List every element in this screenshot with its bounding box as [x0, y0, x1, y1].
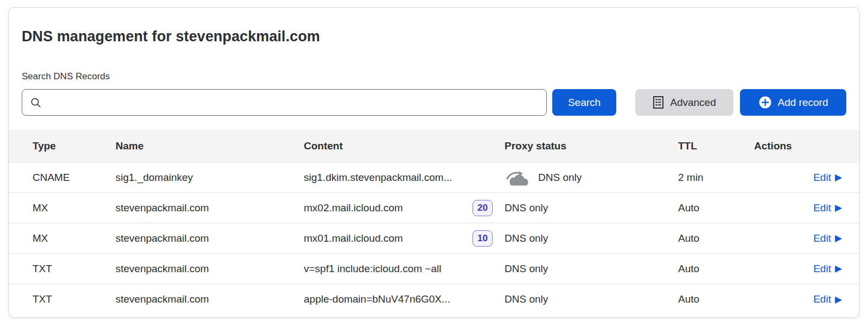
edit-link[interactable]: Edit ▶	[813, 263, 842, 275]
table-row: MX stevenpackmail.com mx01.mail.icloud.c…	[9, 223, 859, 254]
controls-row: Search Advanced	[22, 89, 846, 116]
add-record-button-label: Add record	[778, 97, 828, 109]
cell-content: mx01.mail.icloud.com 10	[304, 230, 505, 247]
cell-name: stevenpackmail.com	[116, 293, 304, 305]
cell-proxy-status: DNS only	[505, 293, 678, 305]
page-title-prefix: DNS management for	[22, 28, 176, 45]
cell-type: TXT	[33, 263, 116, 275]
edit-arrow-icon: ▶	[835, 234, 842, 243]
priority-badge: 20	[473, 200, 493, 216]
table-header-row: Type Name Content Proxy status TTL Actio…	[9, 130, 859, 162]
cell-content: apple-domain=bNuV47n6G0X...	[304, 293, 505, 305]
cell-actions: Edit ▶	[754, 172, 859, 184]
advanced-button-label: Advanced	[670, 97, 716, 109]
cell-proxy-status: DNS only	[505, 232, 678, 244]
edit-arrow-icon: ▶	[835, 173, 842, 182]
proxy-status-text: DNS only	[505, 293, 548, 305]
edit-arrow-icon: ▶	[835, 264, 842, 273]
cell-type: MX	[33, 202, 116, 214]
search-box[interactable]	[22, 89, 547, 116]
header-type: Type	[33, 140, 116, 152]
cell-content: mx02.mail.icloud.com 20	[304, 200, 505, 216]
add-record-button[interactable]: Add record	[740, 89, 846, 116]
dns-records-table: Type Name Content Proxy status TTL Actio…	[9, 130, 859, 315]
cell-name: sig1._domainkey	[116, 172, 304, 184]
cell-actions: Edit ▶	[754, 202, 859, 214]
cell-content: v=spf1 include:icloud.com ~all	[304, 263, 505, 275]
page-title-domain: stevenpackmail.com	[176, 28, 320, 45]
header-name: Name	[116, 140, 304, 152]
record-content: apple-domain=bNuV47n6G0X...	[304, 293, 450, 305]
edit-link[interactable]: Edit ▶	[813, 232, 842, 244]
header-proxy-status: Proxy status	[505, 140, 678, 152]
proxy-status-text: DNS only	[505, 202, 548, 214]
cell-type: CNAME	[33, 172, 116, 184]
cell-type: TXT	[33, 293, 116, 305]
record-content: mx01.mail.icloud.com	[304, 232, 403, 244]
record-content: v=spf1 include:icloud.com ~all	[304, 263, 441, 275]
search-label: Search DNS Records	[22, 71, 846, 82]
edit-link-label: Edit	[813, 202, 831, 214]
cell-name: stevenpackmail.com	[116, 263, 304, 275]
cell-actions: Edit ▶	[754, 232, 859, 244]
cell-name: stevenpackmail.com	[116, 232, 304, 244]
page-title: DNS management for stevenpackmail.com	[22, 8, 846, 45]
table-row: CNAME sig1._domainkey sig1.dkim.stevenpa…	[9, 162, 859, 193]
cell-name: stevenpackmail.com	[116, 202, 304, 214]
edit-link-label: Edit	[813, 263, 831, 275]
record-content: mx02.mail.icloud.com	[304, 202, 403, 214]
dns-management-card: DNS management for stevenpackmail.com Se…	[8, 7, 860, 318]
header-actions: Actions	[754, 140, 859, 152]
cell-actions: Edit ▶	[754, 293, 859, 305]
cell-ttl: Auto	[678, 232, 754, 244]
cell-proxy-status: DNS only	[505, 202, 678, 214]
header-content: Content	[304, 140, 505, 152]
dns-only-cloud-icon	[505, 169, 529, 186]
advanced-list-icon	[653, 96, 664, 109]
proxy-status-text: DNS only	[505, 232, 548, 244]
table-row: MX stevenpackmail.com mx02.mail.icloud.c…	[9, 193, 859, 223]
edit-link[interactable]: Edit ▶	[813, 172, 842, 184]
plus-circle-icon	[758, 96, 772, 109]
cell-actions: Edit ▶	[754, 263, 859, 275]
cell-ttl: Auto	[678, 202, 754, 214]
table-row: TXT stevenpackmail.com v=spf1 include:ic…	[9, 254, 859, 284]
edit-link-label: Edit	[813, 293, 831, 305]
advanced-button[interactable]: Advanced	[635, 89, 733, 116]
edit-link[interactable]: Edit ▶	[813, 293, 842, 305]
priority-badge: 10	[473, 230, 493, 247]
cell-proxy-status: DNS only	[505, 263, 678, 275]
search-button[interactable]: Search	[552, 89, 616, 116]
cell-ttl: 2 min	[678, 172, 754, 184]
search-icon	[30, 97, 42, 109]
search-input[interactable]	[47, 90, 539, 115]
cell-ttl: Auto	[678, 263, 754, 275]
cell-type: MX	[33, 232, 116, 244]
table-row: TXT stevenpackmail.com apple-domain=bNuV…	[9, 284, 859, 315]
proxy-status-text: DNS only	[505, 263, 548, 275]
table-body: CNAME sig1._domainkey sig1.dkim.stevenpa…	[9, 162, 859, 315]
edit-link-label: Edit	[813, 172, 831, 184]
edit-link[interactable]: Edit ▶	[813, 202, 842, 214]
record-content: sig1.dkim.stevenpackmail.com...	[304, 172, 452, 184]
cell-ttl: Auto	[678, 293, 754, 305]
edit-arrow-icon: ▶	[835, 203, 842, 212]
proxy-status-text: DNS only	[538, 172, 582, 184]
edit-arrow-icon: ▶	[835, 295, 842, 304]
edit-link-label: Edit	[813, 232, 831, 244]
cell-content: sig1.dkim.stevenpackmail.com...	[304, 172, 505, 184]
cell-proxy-status: DNS only	[505, 169, 678, 186]
header-ttl: TTL	[678, 140, 754, 152]
